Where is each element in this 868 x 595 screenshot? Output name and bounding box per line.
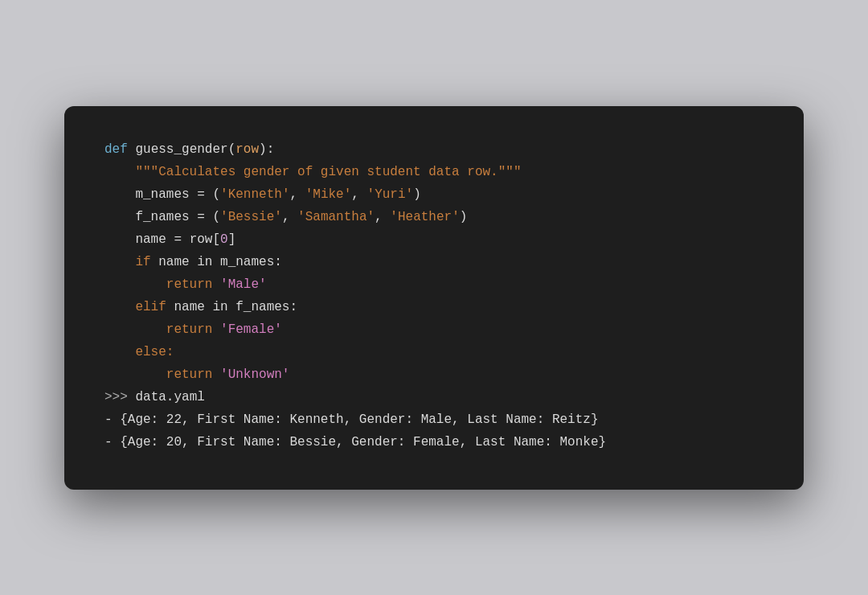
- tuple-open: (: [212, 187, 220, 202]
- keyword-else: else:: [135, 345, 174, 359]
- code-block: def guess_gender(row): """Calculates gen…: [104, 138, 764, 453]
- paren-open: (: [228, 142, 236, 157]
- yaml-row-2: - {Age: 20, First Name: Bessie, Gender: …: [104, 435, 606, 449]
- var-m-names: m_names: [135, 187, 189, 202]
- param-row: row: [235, 142, 259, 157]
- string-mike: 'Mike': [305, 187, 352, 202]
- string-yuri: 'Yuri': [367, 187, 414, 202]
- keyword-if: if: [135, 255, 150, 269]
- keyword-elif: elif: [135, 300, 166, 314]
- index-zero: 0: [220, 232, 228, 247]
- string-bessie: 'Bessie': [220, 210, 282, 224]
- string-samantha: 'Samantha': [297, 210, 375, 224]
- code-window: def guess_gender(row): """Calculates gen…: [64, 106, 804, 490]
- yaml-filename: data.yaml: [135, 390, 204, 404]
- keyword-def: def: [104, 142, 128, 157]
- string-heather: 'Heather': [390, 210, 459, 224]
- keyword-return-3: return: [166, 367, 213, 382]
- string-kenneth: 'Kenneth': [220, 187, 289, 202]
- op-assign: =: [197, 187, 205, 202]
- return-unknown: 'Unknown': [220, 367, 289, 382]
- repl-prompt: >>>: [104, 390, 128, 404]
- return-male: 'Male': [220, 277, 267, 292]
- return-female: 'Female': [220, 322, 282, 337]
- var-f-names: f_names: [135, 210, 189, 224]
- docstring: """Calculates gender of given student da…: [135, 165, 521, 179]
- keyword-return-1: return: [166, 277, 213, 292]
- keyword-in: in: [197, 255, 212, 269]
- yaml-row-1: - {Age: 22, First Name: Kenneth, Gender:…: [104, 412, 599, 427]
- var-name: name: [135, 232, 166, 247]
- keyword-return-2: return: [166, 322, 213, 337]
- paren-close: ):: [259, 142, 274, 157]
- function-name: guess_gender: [135, 142, 227, 157]
